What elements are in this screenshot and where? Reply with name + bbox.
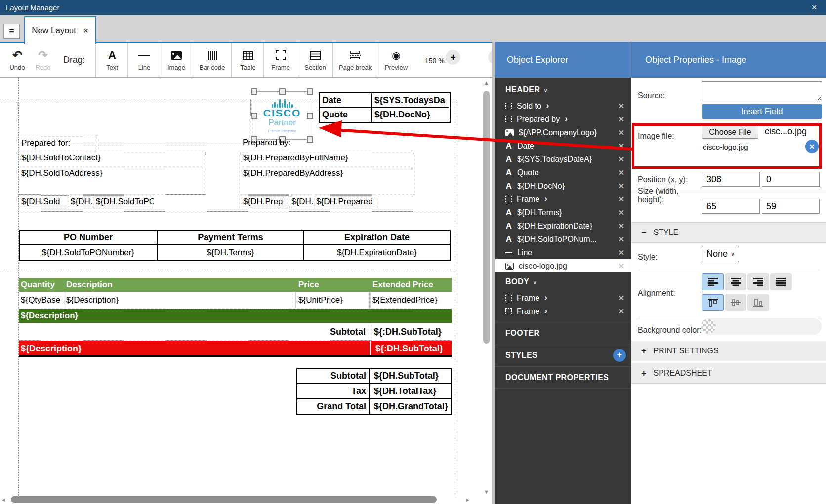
remove-icon[interactable]: ✕ <box>618 307 631 316</box>
resize-handle[interactable] <box>279 88 286 95</box>
date-quote-table[interactable]: Date ${SYS.TodaysDa Quote ${DH.DocNo} <box>319 92 451 123</box>
remove-icon[interactable]: ✕ <box>618 142 631 151</box>
remove-icon[interactable]: ✕ <box>618 235 631 244</box>
resize-handle[interactable] <box>307 88 313 95</box>
explorer-item-soldto[interactable]: Sold to › ✕ <box>495 99 631 113</box>
remove-icon[interactable]: ✕ <box>618 262 631 271</box>
explorer-item-ciscologo[interactable]: cisco-logo.jpg ✕ <box>495 259 631 272</box>
horizontal-scrollbar[interactable]: ◂ ▸ <box>0 495 480 504</box>
remove-icon[interactable]: ✕ <box>618 115 631 124</box>
soldto-contact-field[interactable]: ${DH.SoldToContact} <box>19 152 206 166</box>
preparedby-name-field[interactable]: ${DH.PreparedByFullName} <box>241 152 413 166</box>
remove-icon[interactable]: ✕ <box>618 155 631 164</box>
remove-icon[interactable]: ✕ <box>618 222 631 231</box>
remove-icon[interactable]: ✕ <box>618 195 631 204</box>
soldto-state-field[interactable]: ${DH. <box>68 195 93 209</box>
totals-table[interactable]: Subtotal ${DH.SubTotal} Tax ${DH.TotalTa… <box>296 368 452 415</box>
insert-field-button[interactable]: Insert Field <box>702 104 822 119</box>
section-styles[interactable]: STYLES + <box>495 344 631 366</box>
soldto-postal-field[interactable]: ${DH.SoldToPO <box>93 195 154 209</box>
tool-line[interactable]: Line <box>129 46 159 75</box>
remove-icon[interactable]: ✕ <box>618 168 631 177</box>
tool-pagebreak[interactable]: Page break <box>334 46 376 75</box>
section-document-properties[interactable]: DOCUMENT PROPERTIES <box>495 366 631 389</box>
soldto-city-field[interactable]: ${DH.Sold <box>19 195 68 209</box>
section-footer[interactable]: FOOTER <box>495 322 631 344</box>
preparedby-postal-field[interactable]: ${DH.Prepared <box>314 195 377 209</box>
remove-icon[interactable]: ✕ <box>618 102 631 111</box>
horizontal-scrollbar-thumb[interactable] <box>11 496 437 503</box>
align-justify-button[interactable] <box>770 273 792 290</box>
remove-icon[interactable]: ✕ <box>618 128 631 137</box>
valign-top-button[interactable] <box>702 294 724 311</box>
section-header[interactable]: HEADER ∨ <box>495 80 631 99</box>
window-close-icon[interactable]: ✕ <box>808 3 820 11</box>
remove-icon[interactable]: ✕ <box>618 294 631 303</box>
vertical-scrollbar-thumb[interactable] <box>483 91 490 344</box>
scroll-up-icon[interactable]: ▲ <box>484 80 489 86</box>
transparent-color-swatch[interactable] <box>701 319 716 334</box>
size-width-input[interactable] <box>702 199 760 214</box>
cisco-logo-object[interactable]: CISCO Partner Premier Integrator <box>254 91 310 140</box>
print-settings-section-header[interactable]: + PRINT SETTINGS <box>631 341 826 361</box>
valign-bottom-button[interactable] <box>747 294 769 311</box>
preparedby-state-field[interactable]: ${DH. <box>289 195 313 209</box>
size-height-input[interactable] <box>762 199 820 214</box>
style-select[interactable]: None ∨ <box>702 246 739 262</box>
tab-new-layout[interactable]: New Layout ✕ <box>24 16 96 44</box>
align-right-button[interactable] <box>747 273 769 290</box>
preparedby-city-field[interactable]: ${DH.Prep <box>241 195 289 209</box>
zoom-in-button[interactable]: + <box>446 50 460 65</box>
menu-icon[interactable]: ≡ <box>3 24 20 39</box>
source-textarea[interactable] <box>702 81 822 101</box>
scroll-right-icon[interactable]: ▸ <box>466 496 469 503</box>
undo-button[interactable]: ↶ Undo <box>6 46 29 75</box>
tool-table[interactable]: Table <box>233 46 263 75</box>
explorer-item-quote[interactable]: A Quote ✕ <box>495 166 631 179</box>
redo-button[interactable]: ↷ Redo <box>32 46 54 75</box>
position-y-input[interactable] <box>762 172 820 187</box>
scroll-down-icon[interactable]: ▼ <box>484 489 489 495</box>
prepared-for-label[interactable]: Prepared for: <box>19 137 97 151</box>
explorer-item-date[interactable]: A Date ✕ <box>495 139 631 153</box>
explorer-item-companylogo[interactable]: ${APP.CompanyLogo} ✕ <box>495 126 631 139</box>
scroll-left-icon[interactable]: ◂ <box>2 496 5 503</box>
section-body[interactable]: BODY ∨ <box>495 272 631 291</box>
vertical-scrollbar[interactable]: ▲ ▼ <box>482 80 491 495</box>
line-items-table[interactable]: Quantity Description Price Extended Pric… <box>19 278 452 357</box>
tool-image[interactable]: Image <box>162 46 191 75</box>
po-table[interactable]: PO Number Payment Terms Expiration Date … <box>19 230 451 261</box>
remove-icon[interactable]: ✕ <box>618 182 631 191</box>
explorer-item-terms[interactable]: A ${DH.Terms} ✕ <box>495 206 631 219</box>
remove-icon[interactable]: ✕ <box>618 248 631 257</box>
explorer-item-todaysdate[interactable]: A ${SYS.TodaysDateA} ✕ <box>495 153 631 166</box>
prepared-by-label[interactable]: Prepared by: <box>241 137 326 151</box>
resize-handle[interactable] <box>251 113 257 119</box>
design-canvas[interactable]: CISCO Partner Premier Integrator Date ${… <box>0 78 495 504</box>
background-color-bar[interactable] <box>701 318 822 335</box>
tab-close-icon[interactable]: ✕ <box>83 27 89 35</box>
tool-preview[interactable]: ◉ Preview <box>379 46 413 75</box>
add-style-button[interactable]: + <box>613 349 626 362</box>
style-section-header[interactable]: − STYLE <box>631 222 826 243</box>
preparedby-address-field[interactable]: ${DH.PreparedByAddress} <box>241 167 413 195</box>
align-left-button[interactable] <box>702 273 724 290</box>
explorer-item-expirationdate[interactable]: A ${DH.ExpirationDate} ✕ <box>495 219 631 233</box>
tool-section[interactable]: Section <box>299 46 331 75</box>
explorer-item-frame[interactable]: Frame › ✕ <box>495 193 631 206</box>
explorer-item-body-frame-1[interactable]: Frame › ✕ <box>495 291 631 305</box>
explorer-item-soldtoponum[interactable]: A ${DH.SoldToPONum... ✕ <box>495 233 631 246</box>
spreadsheet-section-header[interactable]: + SPREADSHEET <box>631 363 826 384</box>
align-center-button[interactable] <box>725 273 746 290</box>
explorer-item-docno[interactable]: A ${DH.DocNo} ✕ <box>495 179 631 193</box>
remove-icon[interactable]: ✕ <box>618 208 631 217</box>
valign-middle-button[interactable] <box>725 294 746 311</box>
tool-barcode[interactable]: Bar code <box>194 46 231 75</box>
tool-text[interactable]: A Text <box>97 46 127 75</box>
choose-file-button[interactable]: Choose File <box>702 125 758 139</box>
resize-handle[interactable] <box>251 88 257 95</box>
explorer-item-preparedby[interactable]: Prepared by › ✕ <box>495 113 631 126</box>
position-x-input[interactable] <box>702 172 760 187</box>
explorer-item-line[interactable]: Line ✕ <box>495 246 631 259</box>
tool-frame[interactable]: Frame <box>265 46 296 75</box>
